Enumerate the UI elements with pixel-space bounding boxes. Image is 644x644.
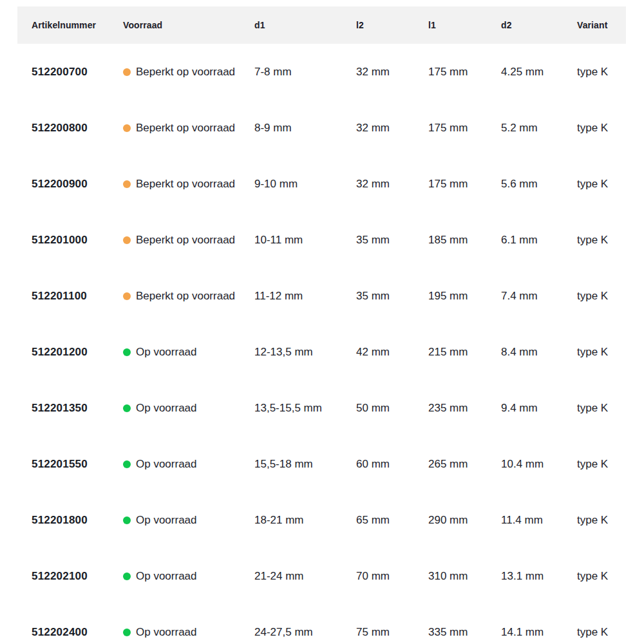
stock-cell: Op voorraad [109, 626, 240, 639]
l2-value: 32 mm [342, 66, 414, 79]
l1-value: 215 mm [414, 346, 487, 359]
table-row[interactable]: 512201200 Op voorraad 12-13,5 mm 42 mm 2… [17, 324, 626, 380]
variant-value: type K [563, 234, 626, 247]
article-number: 512201100 [17, 290, 109, 303]
d1-value: 7-8 mm [240, 66, 342, 79]
table-row[interactable]: 512202100 Op voorraad 21-24 mm 70 mm 310… [17, 548, 626, 604]
article-number: 512202400 [17, 626, 109, 639]
stock-status-label: Op voorraad [136, 514, 197, 527]
stock-status-icon [123, 68, 131, 76]
l2-value: 50 mm [342, 402, 414, 415]
stock-status-label: Op voorraad [136, 626, 197, 639]
stock-status-icon [123, 348, 131, 356]
table-row[interactable]: 512201000 Beperkt op voorraad 10-11 mm 3… [17, 212, 626, 268]
l2-value: 35 mm [342, 234, 414, 247]
d1-value: 24-27,5 mm [240, 626, 342, 639]
column-header-variant: Variant [563, 20, 626, 30]
l2-value: 32 mm [342, 122, 414, 135]
d1-value: 12-13,5 mm [240, 346, 342, 359]
d2-value: 5.2 mm [487, 122, 563, 135]
d2-value: 6.1 mm [487, 234, 563, 247]
variant-value: type K [563, 570, 626, 583]
article-number: 512202100 [17, 570, 109, 583]
table-row[interactable]: 512200800 Beperkt op voorraad 8-9 mm 32 … [17, 100, 626, 156]
d2-value: 10.4 mm [487, 458, 563, 471]
d1-value: 18-21 mm [240, 514, 342, 527]
l2-value: 65 mm [342, 514, 414, 527]
stock-status-icon [123, 236, 131, 244]
d2-value: 4.25 mm [487, 66, 563, 79]
stock-cell: Op voorraad [109, 514, 240, 527]
l1-value: 235 mm [414, 402, 487, 415]
variant-value: type K [563, 66, 626, 79]
stock-status-icon [123, 573, 131, 580]
stock-status-label: Beperkt op voorraad [136, 122, 235, 135]
article-number: 512201350 [17, 402, 109, 415]
stock-cell: Op voorraad [109, 570, 240, 583]
table-row[interactable]: 512200900 Beperkt op voorraad 9-10 mm 32… [17, 156, 626, 212]
stock-cell: Op voorraad [109, 346, 240, 359]
stock-status-label: Op voorraad [136, 458, 197, 471]
variant-value: type K [563, 458, 626, 471]
l2-value: 42 mm [342, 346, 414, 359]
l1-value: 290 mm [414, 514, 487, 527]
l1-value: 265 mm [414, 458, 487, 471]
l2-value: 35 mm [342, 290, 414, 303]
article-number: 512201800 [17, 514, 109, 527]
table-row[interactable]: 512201550 Op voorraad 15,5-18 mm 60 mm 2… [17, 436, 626, 492]
stock-status-label: Op voorraad [136, 570, 197, 583]
column-header-l1: l1 [414, 20, 487, 30]
stock-cell: Beperkt op voorraad [109, 66, 240, 79]
l1-value: 310 mm [414, 570, 487, 583]
variant-value: type K [563, 402, 626, 415]
l2-value: 60 mm [342, 458, 414, 471]
stock-status-label: Op voorraad [136, 346, 197, 359]
stock-cell: Op voorraad [109, 458, 240, 471]
d2-value: 11.4 mm [487, 514, 563, 527]
table-row[interactable]: 512201350 Op voorraad 13,5-15,5 mm 50 mm… [17, 380, 626, 436]
stock-status-icon [123, 460, 131, 468]
column-header-voorraad: Voorraad [109, 20, 240, 30]
table-row[interactable]: 512201100 Beperkt op voorraad 11-12 mm 3… [17, 268, 626, 324]
l1-value: 195 mm [414, 290, 487, 303]
stock-cell: Op voorraad [109, 402, 240, 415]
l1-value: 185 mm [414, 234, 487, 247]
variant-value: type K [563, 514, 626, 527]
stock-status-icon [123, 124, 131, 132]
article-number: 512201000 [17, 234, 109, 247]
stock-status-icon [123, 404, 131, 412]
stock-cell: Beperkt op voorraad [109, 234, 240, 247]
stock-status-label: Beperkt op voorraad [136, 290, 235, 303]
d2-value: 8.4 mm [487, 346, 563, 359]
stock-status-icon [123, 629, 131, 636]
product-spec-table: Artikelnummer Voorraad d1 l2 l1 d2 Varia… [17, 6, 626, 644]
table-body: 512200700 Beperkt op voorraad 7-8 mm 32 … [17, 44, 626, 644]
table-row[interactable]: 512201800 Op voorraad 18-21 mm 65 mm 290… [17, 492, 626, 548]
table-row[interactable]: 512200700 Beperkt op voorraad 7-8 mm 32 … [17, 44, 626, 100]
stock-cell: Beperkt op voorraad [109, 178, 240, 191]
variant-value: type K [563, 346, 626, 359]
d1-value: 10-11 mm [240, 234, 342, 247]
l1-value: 175 mm [414, 122, 487, 135]
stock-status-icon [123, 180, 131, 188]
article-number: 512200700 [17, 66, 109, 79]
d2-value: 14.1 mm [487, 626, 563, 639]
column-header-d2: d2 [487, 20, 563, 30]
variant-value: type K [563, 626, 626, 639]
variant-value: type K [563, 290, 626, 303]
stock-cell: Beperkt op voorraad [109, 122, 240, 135]
l2-value: 32 mm [342, 178, 414, 191]
d1-value: 13,5-15,5 mm [240, 402, 342, 415]
stock-status-label: Beperkt op voorraad [136, 234, 235, 247]
d2-value: 5.6 mm [487, 178, 563, 191]
article-number: 512200900 [17, 178, 109, 191]
l1-value: 335 mm [414, 626, 487, 639]
stock-status-label: Beperkt op voorraad [136, 178, 235, 191]
column-header-artikelnummer: Artikelnummer [17, 20, 109, 30]
table-header-row: Artikelnummer Voorraad d1 l2 l1 d2 Varia… [17, 6, 626, 44]
column-header-l2: l2 [342, 20, 414, 30]
d2-value: 7.4 mm [487, 290, 563, 303]
l1-value: 175 mm [414, 178, 487, 191]
table-row[interactable]: 512202400 Op voorraad 24-27,5 mm 75 mm 3… [17, 604, 626, 644]
variant-value: type K [563, 122, 626, 135]
